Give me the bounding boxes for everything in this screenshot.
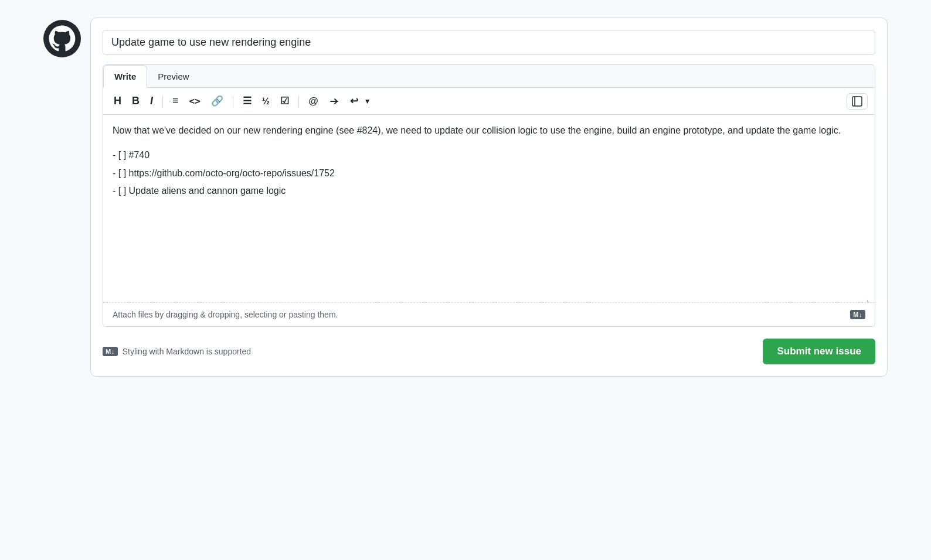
- tabs: Write Preview: [103, 65, 875, 88]
- toolbar: H B I ≡ <> 🔗 ☰ ½ ☑ @ ↩: [103, 88, 875, 115]
- bold-button[interactable]: B: [128, 93, 143, 110]
- undo-dropdown-button[interactable]: ▼: [362, 96, 373, 107]
- footer-left: M↓ Styling with Markdown is supported: [103, 347, 251, 356]
- page-container: Write Preview H B I ≡ <> 🔗 ☰ ½ ☑ @: [43, 18, 888, 377]
- heading-button[interactable]: H: [110, 93, 125, 110]
- quote-button[interactable]: ≡: [169, 93, 182, 110]
- markdown-badge-attach: M↓: [850, 310, 865, 319]
- editor-area: Write Preview H B I ≡ <> 🔗 ☰ ½ ☑ @: [103, 64, 875, 327]
- undo-button[interactable]: ↩: [346, 93, 362, 110]
- undo-group: ↩ ▼: [346, 93, 373, 110]
- body-paragraph: Now that we've decided on our new render…: [113, 123, 865, 138]
- unordered-list-button[interactable]: ☰: [239, 93, 255, 110]
- task-item-1: - [ ] #740: [113, 148, 865, 163]
- attach-area: Attach files by dragging & dropping, sel…: [103, 302, 875, 326]
- italic-button[interactable]: I: [147, 93, 157, 110]
- content-text: Now that we've decided on our new render…: [113, 123, 865, 199]
- tab-preview[interactable]: Preview: [147, 65, 199, 87]
- toolbar-divider-1: [162, 95, 163, 107]
- content-area[interactable]: Now that we've decided on our new render…: [103, 115, 875, 302]
- toolbar-divider-3: [298, 95, 299, 107]
- attach-hint: Attach files by dragging & dropping, sel…: [113, 310, 338, 319]
- title-input[interactable]: [103, 30, 875, 55]
- ordered-list-button[interactable]: ½: [259, 94, 273, 109]
- github-logo: [43, 18, 81, 60]
- fullscreen-button[interactable]: [847, 93, 868, 110]
- tab-write[interactable]: Write: [103, 65, 147, 88]
- task-item-3: - [ ] Update aliens and cannon game logi…: [113, 183, 865, 199]
- toolbar-divider-2: [233, 95, 233, 107]
- task-item-2: - [ ] https://github.com/octo-org/octo-r…: [113, 166, 865, 181]
- form-container: Write Preview H B I ≡ <> 🔗 ☰ ½ ☑ @: [90, 18, 888, 377]
- submit-new-issue-button[interactable]: Submit new issue: [763, 339, 875, 364]
- task-list-button[interactable]: ☑: [277, 93, 293, 110]
- markdown-badge-footer: M↓: [103, 347, 118, 356]
- svg-rect-1: [852, 97, 862, 106]
- reference-button[interactable]: [325, 94, 343, 109]
- code-button[interactable]: <>: [186, 93, 204, 109]
- link-button[interactable]: 🔗: [208, 93, 227, 110]
- markdown-support-text: Styling with Markdown is supported: [123, 347, 251, 356]
- task-list: - [ ] #740 - [ ] https://github.com/octo…: [113, 148, 865, 199]
- mention-button[interactable]: @: [305, 93, 322, 110]
- footer-row: M↓ Styling with Markdown is supported Su…: [103, 336, 875, 364]
- resize-handle: ⌞: [867, 294, 872, 300]
